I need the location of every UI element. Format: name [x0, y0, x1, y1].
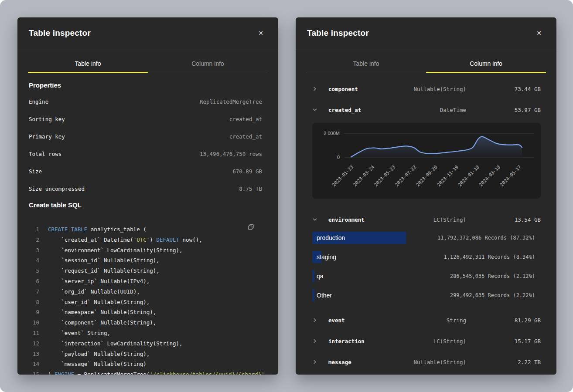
- column-row[interactable]: interactionLC(String)15.17 GB: [312, 331, 541, 351]
- tab-table-info[interactable]: Table info: [306, 49, 426, 73]
- column-row[interactable]: componentNullable(String)73.44 GB: [312, 78, 541, 99]
- y-axis-label: 0: [337, 155, 340, 160]
- property-row: Total rows13,496,476,750 rows: [29, 145, 262, 162]
- property-value: ReplicatedMergeTree: [200, 98, 262, 105]
- value-row: qa286,545,035 Records (2.12%): [312, 270, 541, 282]
- property-value: 13,496,476,750 rows: [200, 151, 262, 157]
- value-distribution: production11,792,372,086 Records (87.32%…: [312, 232, 541, 301]
- line-number: 13: [29, 349, 39, 359]
- value-records: 286,545,035 Records (2.12%): [450, 273, 535, 279]
- chevron-down-icon: [312, 107, 317, 112]
- column-list: componentNullable(String)73.44 GBcreated…: [296, 73, 556, 372]
- column-type: LC(String): [433, 338, 466, 345]
- value-records: 11,792,372,086 Records (87.32%): [437, 235, 535, 241]
- code-token: `namespace` Nullable(String),: [48, 309, 156, 315]
- code-token: `session_id` Nullable(String),: [48, 257, 160, 264]
- sql-line: 3 `environment` LowCardinality(String),: [29, 245, 262, 256]
- column-name: event: [328, 317, 447, 324]
- tab-table-info[interactable]: Table info: [28, 49, 148, 73]
- sql-line: 1CREATE TABLE analytics_table (: [29, 224, 262, 235]
- dialog-title: Table inspector: [29, 28, 91, 38]
- code-text: `environment` LowCardinality(String),: [48, 245, 183, 256]
- code-token: analytics_table (: [87, 226, 146, 233]
- column-expand-toggle: [312, 86, 319, 91]
- code-token: `event` String,: [48, 330, 110, 336]
- column-name: environment: [328, 216, 433, 223]
- column-row[interactable]: environmentLC(String)13.54 GB: [312, 209, 541, 230]
- code-text: `request_id` Nullable(String),: [48, 266, 160, 276]
- screenshot-canvas: Table inspector ✕ Table info Column info…: [0, 0, 573, 392]
- value-label: qa: [317, 273, 324, 280]
- column-size: 53.97 GB: [466, 107, 541, 113]
- chevron-down-icon: [312, 217, 317, 222]
- close-button[interactable]: ✕: [256, 27, 266, 39]
- tab-bar: Table info Column info: [306, 49, 546, 73]
- property-row: EngineReplicatedMergeTree: [29, 93, 262, 110]
- property-value: created_at: [229, 133, 262, 140]
- sql-line: 8 `user_id` Nullable(String),: [29, 297, 262, 308]
- code-text: `event` String,: [48, 328, 110, 338]
- copy-button[interactable]: [246, 223, 256, 233]
- property-label: Primary key: [29, 133, 65, 140]
- column-expand-toggle: [312, 217, 319, 222]
- code-text: `namespace` Nullable(String),: [48, 307, 156, 318]
- column-expand-toggle: [312, 107, 319, 112]
- close-button[interactable]: ✕: [534, 27, 544, 39]
- tab-label: Column info: [470, 60, 502, 67]
- column-row[interactable]: eventString81.29 GB: [312, 310, 541, 331]
- code-text: CREATE TABLE analytics_table (: [48, 224, 147, 235]
- table-inspector-dialog-column-info: Table inspector ✕ Table info Column info…: [296, 17, 556, 375]
- code-token: DEFAULT: [156, 237, 179, 243]
- code-text: `component` Nullable(String),: [48, 318, 156, 328]
- tab-bar: Table info Column info: [28, 49, 268, 73]
- property-row: Size670.89 GB: [29, 162, 262, 180]
- column-type: Nullable(String): [414, 359, 466, 365]
- code-token: `environment` LowCardinality(String),: [48, 247, 183, 253]
- code-token: `payload` Nullable(String),: [48, 351, 150, 357]
- property-label: Sorting key: [29, 116, 65, 122]
- dialog-header: Table inspector ✕: [296, 17, 556, 49]
- dialog-title: Table inspector: [307, 28, 369, 38]
- x-axis-label: 2023-03-24: [352, 164, 375, 187]
- code-token: `server_ip` Nullable(IPv4),: [48, 278, 150, 284]
- sql-line: 13 `payload` Nullable(String),: [29, 349, 262, 359]
- value-bar: [312, 270, 314, 282]
- code-token: now(),: [179, 237, 202, 243]
- value-label: production: [317, 234, 345, 241]
- column-row[interactable]: created_atDateTime53.97 GB: [312, 99, 541, 120]
- y-axis-label: 2 000M: [324, 131, 340, 136]
- line-number: 6: [29, 276, 39, 287]
- value-bar: [312, 289, 314, 301]
- tab-column-info[interactable]: Column info: [148, 49, 268, 73]
- column-size: 15.17 GB: [466, 338, 541, 345]
- x-axis-label: 2024-03-18: [478, 164, 501, 187]
- column-row[interactable]: messageNullable(String)2.22 TB: [312, 351, 541, 372]
- value-label: Other: [317, 292, 332, 299]
- value-records: 1,126,492,311 Records (8.34%): [443, 254, 535, 260]
- property-value: 8.75 TB: [239, 186, 262, 192]
- x-axis-label: 2024-01-18: [457, 164, 480, 187]
- x-axis-label: 2023-01-23: [331, 164, 354, 187]
- column-type: DateTime: [440, 107, 466, 113]
- value-row: Other299,492,635 Records (2.22%): [312, 289, 541, 301]
- chevron-right-icon: [312, 359, 317, 365]
- line-number: 14: [29, 359, 39, 369]
- column-type: String: [447, 317, 466, 324]
- create-table-sql-heading: Create table SQL: [29, 201, 262, 209]
- line-number: 5: [29, 266, 39, 276]
- x-axis-label: 2024-05-17: [499, 164, 522, 187]
- line-number: 8: [29, 297, 39, 308]
- code-text: ) ENGINE = ReplicatedMergeTree('/clickho…: [48, 369, 268, 375]
- sql-lines: 1CREATE TABLE analytics_table (2 `create…: [29, 224, 262, 375]
- sql-line: 7 `org_id` Nullable(UUID),: [29, 287, 262, 297]
- sql-line: 12 `interaction` LowCardinality(String),: [29, 338, 262, 349]
- line-number: 12: [29, 338, 39, 349]
- code-token: ): [150, 237, 156, 243]
- column-name: message: [328, 359, 414, 365]
- property-row: Size uncompressed8.75 TB: [29, 180, 262, 197]
- value-row: staging1,126,492,311 Records (8.34%): [312, 251, 541, 263]
- tab-label: Table info: [75, 60, 101, 67]
- property-label: Size uncompressed: [29, 186, 85, 192]
- code-token: `org_id` Nullable(UUID),: [48, 288, 140, 295]
- tab-column-info[interactable]: Column info: [426, 49, 546, 73]
